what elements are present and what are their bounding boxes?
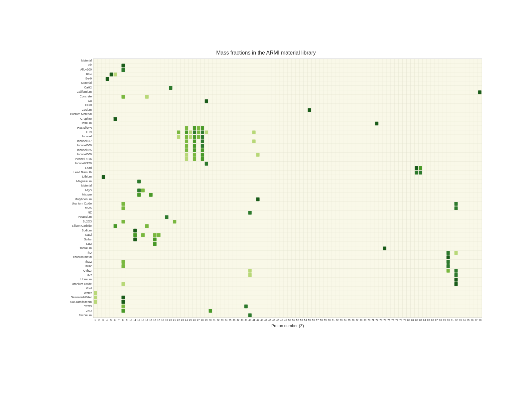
y-label-10: Fluid bbox=[50, 103, 92, 107]
x-label-86: 86 bbox=[431, 319, 435, 322]
svg-rect-254 bbox=[121, 296, 125, 299]
svg-rect-210 bbox=[419, 171, 422, 174]
x-label-15: 15 bbox=[149, 319, 153, 322]
svg-rect-261 bbox=[248, 314, 252, 317]
y-label-16: HT9 bbox=[50, 130, 92, 134]
svg-rect-244 bbox=[248, 269, 252, 272]
svg-rect-248 bbox=[455, 273, 458, 277]
svg-rect-182 bbox=[252, 131, 256, 134]
y-label-6: CaH2 bbox=[50, 85, 92, 90]
x-label-72: 72 bbox=[375, 319, 379, 322]
x-label-90: 90 bbox=[446, 319, 450, 322]
svg-rect-186 bbox=[193, 135, 196, 139]
x-label-12: 12 bbox=[137, 319, 141, 322]
svg-rect-229 bbox=[157, 233, 161, 237]
x-label-65: 65 bbox=[347, 319, 351, 322]
y-label-1: Air bbox=[50, 63, 92, 67]
y-label-4: Be-9 bbox=[50, 76, 92, 81]
svg-rect-177 bbox=[189, 131, 192, 134]
svg-rect-222 bbox=[248, 211, 252, 214]
x-label-49: 49 bbox=[284, 319, 288, 322]
x-label-52: 52 bbox=[296, 319, 300, 322]
chart-container: Mass fractions in the ARMI material libr… bbox=[0, 0, 532, 399]
x-label-18: 18 bbox=[161, 319, 165, 322]
y-label-46: ThO2 bbox=[50, 264, 92, 268]
y-label-53: SaturatedWater bbox=[50, 295, 92, 300]
y-label-18: Inconel617 bbox=[50, 139, 92, 143]
y-label-34: NZ bbox=[50, 210, 92, 215]
x-label-46: 46 bbox=[272, 319, 276, 322]
x-label-66: 66 bbox=[351, 319, 355, 322]
svg-rect-174 bbox=[201, 126, 204, 130]
svg-rect-199 bbox=[185, 153, 188, 157]
x-axis-labels: 1234567891011121314151617181920212223242… bbox=[50, 319, 482, 322]
svg-rect-231 bbox=[133, 233, 137, 237]
svg-rect-184 bbox=[185, 135, 188, 139]
svg-rect-161 bbox=[114, 72, 117, 76]
svg-rect-191 bbox=[201, 139, 204, 143]
svg-rect-207 bbox=[415, 166, 418, 170]
x-label-38: 38 bbox=[240, 319, 244, 322]
svg-rect-215 bbox=[137, 193, 141, 197]
y-label-27: Magnesium bbox=[50, 179, 92, 184]
svg-rect-169 bbox=[114, 117, 117, 121]
svg-rect-159 bbox=[121, 68, 125, 72]
y-label-7: Californium bbox=[50, 90, 92, 94]
x-label-88: 88 bbox=[439, 319, 443, 322]
y-label-2: Alloy200 bbox=[50, 67, 92, 72]
svg-rect-176 bbox=[185, 131, 188, 134]
x-label-27: 27 bbox=[196, 319, 200, 322]
x-label-16: 16 bbox=[153, 319, 157, 322]
y-label-48: UZr bbox=[50, 273, 92, 277]
svg-rect-236 bbox=[383, 246, 386, 250]
y-label-43: ThU bbox=[50, 251, 92, 255]
svg-rect-234 bbox=[153, 238, 157, 241]
svg-rect-179 bbox=[197, 131, 200, 134]
x-label-96: 96 bbox=[470, 319, 474, 322]
x-label-71: 71 bbox=[371, 319, 375, 322]
x-label-36: 36 bbox=[232, 319, 236, 322]
y-label-33: MOX bbox=[50, 206, 92, 210]
x-label-6: 6 bbox=[113, 319, 117, 322]
x-label-29: 29 bbox=[204, 319, 208, 322]
x-label-23: 23 bbox=[181, 319, 185, 322]
x-label-98: 98 bbox=[478, 319, 482, 322]
y-label-8: Concrete bbox=[50, 94, 92, 99]
svg-rect-203 bbox=[185, 157, 188, 161]
svg-rect-192 bbox=[252, 139, 256, 143]
x-label-45: 45 bbox=[268, 319, 272, 322]
svg-rect-188 bbox=[201, 135, 204, 139]
x-label-89: 89 bbox=[443, 319, 447, 322]
x-label-54: 54 bbox=[304, 319, 308, 322]
y-label-0: Material bbox=[50, 59, 92, 63]
y-label-9: Cu bbox=[50, 99, 92, 103]
svg-rect-223 bbox=[165, 215, 169, 219]
x-label-55: 55 bbox=[308, 319, 312, 322]
x-label-10: 10 bbox=[129, 319, 133, 322]
x-label-51: 51 bbox=[292, 319, 296, 322]
svg-rect-238 bbox=[455, 251, 458, 255]
svg-rect-239 bbox=[447, 255, 450, 259]
x-label-34: 34 bbox=[224, 319, 228, 322]
svg-rect-216 bbox=[149, 193, 153, 197]
svg-rect-200 bbox=[193, 153, 196, 157]
x-label-9: 9 bbox=[125, 319, 129, 322]
svg-rect-189 bbox=[185, 139, 188, 143]
x-label-91: 91 bbox=[450, 319, 454, 322]
svg-rect-240 bbox=[121, 260, 125, 264]
x-label-17: 17 bbox=[157, 319, 161, 322]
x-label-47: 47 bbox=[276, 319, 280, 322]
x-label-53: 53 bbox=[300, 319, 304, 322]
svg-rect-193 bbox=[185, 144, 188, 148]
y-label-21: Inconel800 bbox=[50, 152, 92, 157]
svg-rect-183 bbox=[177, 135, 180, 139]
x-label-78: 78 bbox=[399, 319, 403, 322]
y-label-13: Graphite bbox=[50, 117, 92, 121]
y-label-24: Lead bbox=[50, 166, 92, 170]
y-label-57: Zirconium bbox=[50, 313, 92, 318]
svg-rect-201 bbox=[201, 153, 204, 157]
y-label-19: Inconel600 bbox=[50, 143, 92, 148]
svg-rect-170 bbox=[375, 122, 378, 125]
svg-rect-168 bbox=[308, 108, 311, 112]
plot-area bbox=[93, 59, 482, 318]
